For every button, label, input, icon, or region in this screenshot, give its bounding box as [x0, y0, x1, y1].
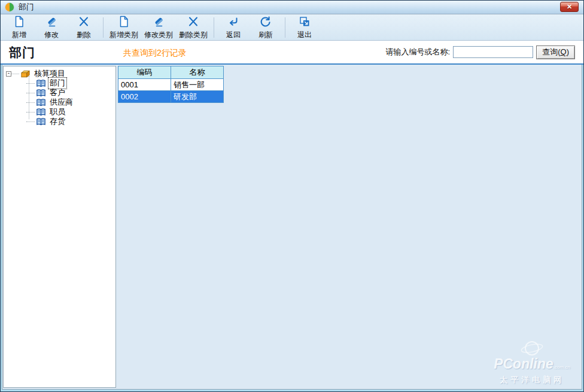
- cell-name[interactable]: 销售一部: [171, 79, 224, 91]
- tree-connector: [26, 83, 35, 84]
- tree-connector: [26, 112, 35, 113]
- eraser-icon: [45, 16, 57, 30]
- watermark-brand-text: PConline: [494, 356, 553, 372]
- new-doc-icon: [13, 16, 25, 30]
- watermark-brand: PConline.com.cn: [485, 357, 579, 374]
- toolbar-button-label: 新增类别: [110, 30, 138, 40]
- query-button[interactable]: 查询(Q): [536, 45, 575, 59]
- book-icon: [35, 117, 47, 126]
- tree-connector: [26, 93, 35, 93]
- table-header-row: 编码名称: [118, 66, 224, 79]
- toolbar-button-eraser-11[interactable]: 修改类别: [141, 16, 176, 39]
- toolbar-button-label: 新增: [12, 30, 26, 40]
- book-icon: [35, 108, 47, 117]
- tree-expander-icon[interactable]: -: [6, 71, 11, 77]
- header-strip: 部门 共查询到2行记录 请输入编号或名称: 查询(Q): [1, 41, 583, 63]
- tree-item-2[interactable]: 供应商: [4, 98, 115, 107]
- tree-item-1[interactable]: 客户: [4, 88, 115, 98]
- cell-code[interactable]: 0002: [118, 91, 171, 103]
- query-hotkey: Q: [561, 47, 567, 56]
- eraser-icon: [153, 16, 165, 30]
- tree-item-label: 存货: [48, 116, 66, 127]
- query-button-label: 查询(: [542, 47, 560, 56]
- tree-item-0[interactable]: 部门: [4, 78, 115, 88]
- record-count-status: 共查询到2行记录: [123, 48, 187, 59]
- watermark: PConline.com.cn 太平洋电脑网: [485, 338, 579, 385]
- toolbar-button-return-20[interactable]: 返回: [217, 16, 250, 39]
- toolbar: 新增修改删除新增类别修改类别删除类别返回刷新退出: [1, 14, 583, 41]
- toolbar-button-label: 删除: [77, 30, 91, 40]
- exit-icon: [299, 16, 311, 30]
- app-window: 部门 ✕ 新增修改删除新增类别修改类别删除类别返回刷新退出 部门 共查询到2行记…: [0, 0, 584, 392]
- page-title: 部门: [9, 44, 35, 61]
- cell-code[interactable]: 0001: [118, 79, 171, 91]
- column-header-1[interactable]: 名称: [171, 66, 224, 79]
- book-icon: [35, 89, 47, 98]
- query-button-label-suffix: ): [567, 47, 569, 56]
- return-icon: [227, 16, 239, 30]
- window-title: 部门: [19, 2, 34, 13]
- tree-connector-vertical: [29, 76, 29, 119]
- watermark-globe-icon: [520, 338, 544, 358]
- toolbar-button-new-doc-10[interactable]: 新增类别: [107, 16, 141, 39]
- tree-connector: [26, 121, 35, 122]
- app-logo-icon: [5, 2, 14, 12]
- toolbar-separator: [103, 17, 104, 38]
- new-doc-icon: [118, 16, 130, 30]
- toolbar-button-eraser-01[interactable]: 修改: [35, 16, 68, 39]
- cell-name[interactable]: 研发部: [171, 91, 224, 103]
- book-icon: [35, 98, 47, 107]
- book-icon: [35, 79, 47, 88]
- toolbar-button-new-doc-00[interactable]: 新增: [3, 16, 35, 39]
- content-area: -核算项目部门客户供应商职员存货 编码名称0001销售一部0002研发部 PCo…: [2, 65, 582, 390]
- search-area: 请输入编号或名称: 查询(Q): [386, 45, 575, 59]
- watermark-caption: 太平洋电脑网: [485, 375, 579, 385]
- x-icon: [78, 16, 90, 30]
- tree-item-4[interactable]: 存货: [4, 117, 115, 126]
- toolbar-separator: [214, 17, 214, 38]
- search-input[interactable]: [453, 46, 533, 58]
- tree-panel: -核算项目部门客户供应商职员存货: [3, 66, 116, 388]
- tree-root-item[interactable]: -核算项目: [4, 69, 115, 78]
- toolbar-button-label: 修改类别: [144, 30, 173, 40]
- toolbar-button-exit-30[interactable]: 退出: [288, 16, 321, 39]
- x-icon: [187, 16, 199, 30]
- toolbar-button-label: 删除类别: [179, 30, 208, 40]
- toolbar-button-refresh-21[interactable]: 刷新: [250, 16, 282, 39]
- toolbar-button-label: 刷新: [258, 30, 273, 40]
- table-row[interactable]: 0001销售一部: [118, 79, 224, 91]
- refresh-icon: [260, 16, 272, 30]
- box-icon: [20, 69, 31, 78]
- tree-connector: [26, 102, 35, 103]
- title-bar: 部门 ✕: [1, 1, 583, 14]
- toolbar-button-x-02[interactable]: 删除: [68, 16, 100, 39]
- toolbar-button-label: 修改: [44, 30, 59, 40]
- tree-item-3[interactable]: 职员: [4, 107, 115, 117]
- close-button[interactable]: ✕: [560, 2, 579, 12]
- toolbar-button-label: 返回: [226, 30, 241, 40]
- accounting-items-tree: -核算项目部门客户供应商职员存货: [4, 66, 115, 126]
- tree-connector: [11, 74, 19, 74]
- toolbar-button-label: 退出: [297, 30, 312, 40]
- toolbar-separator: [285, 17, 285, 38]
- records-table: 编码名称0001销售一部0002研发部: [118, 66, 224, 103]
- watermark-suffix: .com.cn: [553, 364, 570, 370]
- column-header-0[interactable]: 编码: [118, 66, 171, 79]
- search-label: 请输入编号或名称:: [386, 47, 451, 57]
- toolbar-button-x-12[interactable]: 删除类别: [176, 16, 211, 39]
- table-row[interactable]: 0002研发部: [118, 91, 224, 103]
